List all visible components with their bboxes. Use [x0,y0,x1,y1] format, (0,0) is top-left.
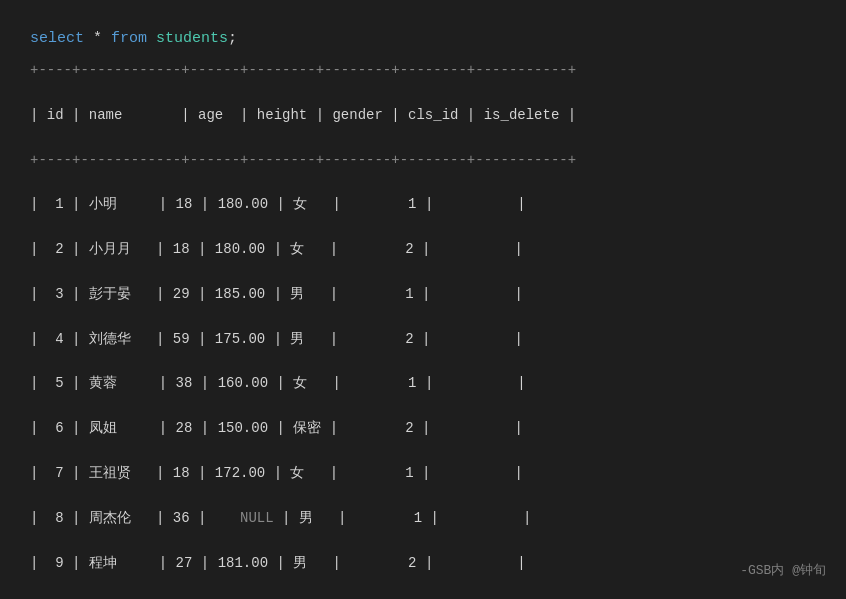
keyword-from: from [111,30,147,47]
table-name: students [156,30,228,47]
semicolon: ; [228,30,237,47]
terminal: select * from students; +----+----------… [20,20,826,599]
sql-query: select * from students; [30,30,816,47]
watermark: -GSB内 @钟旬 [740,561,826,579]
operator: * [93,30,111,47]
keyword-select: select [30,30,84,47]
table-output: +----+------------+------+--------+-----… [30,59,816,599]
